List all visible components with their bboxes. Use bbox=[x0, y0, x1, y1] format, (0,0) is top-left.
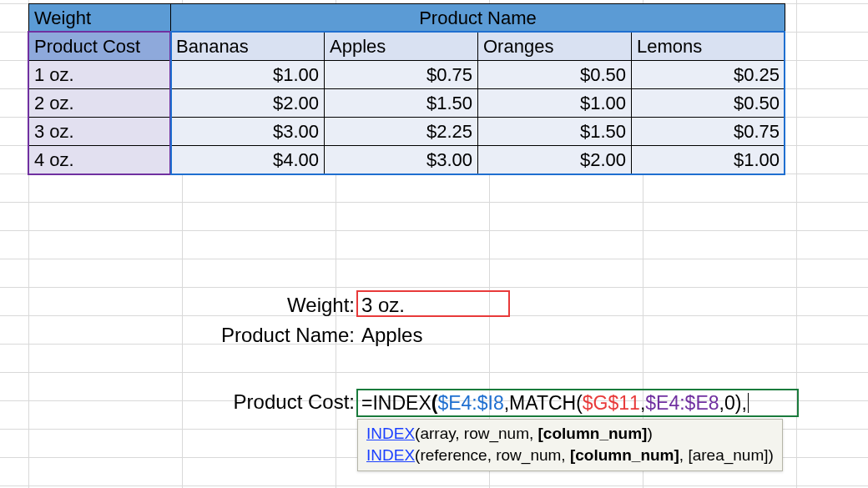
span-header-cell[interactable]: Product Name bbox=[171, 4, 785, 33]
col-header-bananas[interactable]: Bananas bbox=[171, 33, 325, 61]
data-cell[interactable]: $0.75 bbox=[325, 61, 478, 89]
row-label-cell[interactable]: 3 oz. bbox=[29, 118, 171, 146]
formula-range-blue: $E4:$I8 bbox=[437, 392, 503, 415]
data-cell[interactable]: $4.00 bbox=[171, 146, 325, 174]
row-label-cell[interactable]: 4 oz. bbox=[29, 146, 171, 174]
formula-comma: , bbox=[741, 392, 746, 415]
data-cell[interactable]: $2.00 bbox=[171, 89, 325, 118]
weight-value: 3 oz. bbox=[361, 294, 405, 317]
data-cell[interactable]: $2.00 bbox=[478, 146, 632, 174]
data-cell[interactable]: $0.75 bbox=[632, 118, 785, 146]
weight-label: Weight: bbox=[188, 294, 355, 317]
product-name-input-cell[interactable]: Apples bbox=[358, 322, 512, 349]
formula-lparen1: ( bbox=[431, 392, 438, 415]
data-cell[interactable]: $1.50 bbox=[478, 118, 632, 146]
formula-range-purple: $E4:$E8 bbox=[645, 392, 719, 415]
data-cell[interactable]: $1.00 bbox=[171, 61, 325, 89]
data-cell[interactable]: $3.00 bbox=[325, 146, 478, 174]
data-cell[interactable]: $0.25 bbox=[632, 61, 785, 89]
span-header-label: Product Name bbox=[419, 8, 537, 28]
text-caret-icon bbox=[748, 393, 749, 413]
formula-rparen2: ) bbox=[735, 392, 742, 415]
table-row[interactable]: 2 oz. $2.00 $1.50 $1.00 $0.50 bbox=[29, 89, 785, 118]
tooltip-signature-1[interactable]: INDEX(array, row_num, [column_num]) bbox=[366, 423, 774, 445]
row-header-label: Product Cost bbox=[34, 36, 140, 57]
formula-zero: 0 bbox=[724, 392, 735, 415]
formula-eq: = bbox=[361, 392, 372, 415]
function-signature-tooltip[interactable]: INDEX(array, row_num, [column_num]) INDE… bbox=[357, 419, 783, 471]
col-header-oranges[interactable]: Oranges bbox=[478, 33, 632, 61]
weight-input-cell[interactable]: 3 oz. bbox=[358, 292, 512, 319]
corner-header-cell[interactable]: Weight bbox=[29, 4, 171, 33]
row-label-cell[interactable]: 1 oz. bbox=[29, 61, 171, 89]
formula-fn-match: MATCH bbox=[509, 392, 576, 415]
product-name-value: Apples bbox=[361, 324, 422, 347]
data-cell[interactable]: $0.50 bbox=[478, 61, 632, 89]
formula-lparen2: ( bbox=[576, 392, 583, 415]
product-cost-label: Product Cost: bbox=[213, 389, 355, 414]
tooltip-signature-2[interactable]: INDEX(reference, row_num, [column_num], … bbox=[366, 445, 774, 466]
tooltip-bold-arg: [column_num] bbox=[570, 446, 679, 464]
data-cell[interactable]: $1.00 bbox=[632, 146, 785, 174]
formula-input-cell[interactable]: = INDEX ( $E4:$I8 , MATCH ( $G$11 , $E4:… bbox=[356, 389, 799, 417]
formula-ref-red: $G$11 bbox=[583, 392, 640, 415]
tooltip-fn-link[interactable]: INDEX bbox=[366, 446, 415, 464]
table-row[interactable]: 3 oz. $3.00 $2.25 $1.50 $0.75 bbox=[29, 118, 785, 146]
col-header-apples[interactable]: Apples bbox=[325, 33, 478, 61]
tooltip-fn-link[interactable]: INDEX bbox=[366, 425, 415, 442]
product-name-label: Product Name: bbox=[188, 324, 355, 347]
formula-fn-index: INDEX bbox=[372, 392, 431, 415]
product-cost-table[interactable]: Weight Product Name Product Cost Bananas… bbox=[28, 3, 785, 174]
data-cell[interactable]: $2.25 bbox=[325, 118, 478, 146]
formula-edit-row: Product Cost: = INDEX ( $E4:$I8 , MATCH … bbox=[213, 389, 799, 417]
corner-header-label: Weight bbox=[34, 8, 91, 28]
col-header-lemons[interactable]: Lemons bbox=[632, 33, 785, 61]
table-row[interactable]: 1 oz. $1.00 $0.75 $0.50 $0.25 bbox=[29, 61, 785, 89]
lookup-section: Weight: 3 oz. Product Name: Apples bbox=[188, 290, 512, 350]
data-cell[interactable]: $1.00 bbox=[478, 89, 632, 118]
row-header-label-cell[interactable]: Product Cost bbox=[29, 33, 171, 61]
tooltip-bold-arg: [column_num] bbox=[538, 425, 648, 442]
data-cell[interactable]: $3.00 bbox=[171, 118, 325, 146]
table-row[interactable]: 4 oz. $4.00 $3.00 $2.00 $1.00 bbox=[29, 146, 785, 174]
data-cell[interactable]: $0.50 bbox=[632, 89, 785, 118]
row-label-cell[interactable]: 2 oz. bbox=[29, 89, 171, 118]
data-cell[interactable]: $1.50 bbox=[325, 89, 478, 118]
